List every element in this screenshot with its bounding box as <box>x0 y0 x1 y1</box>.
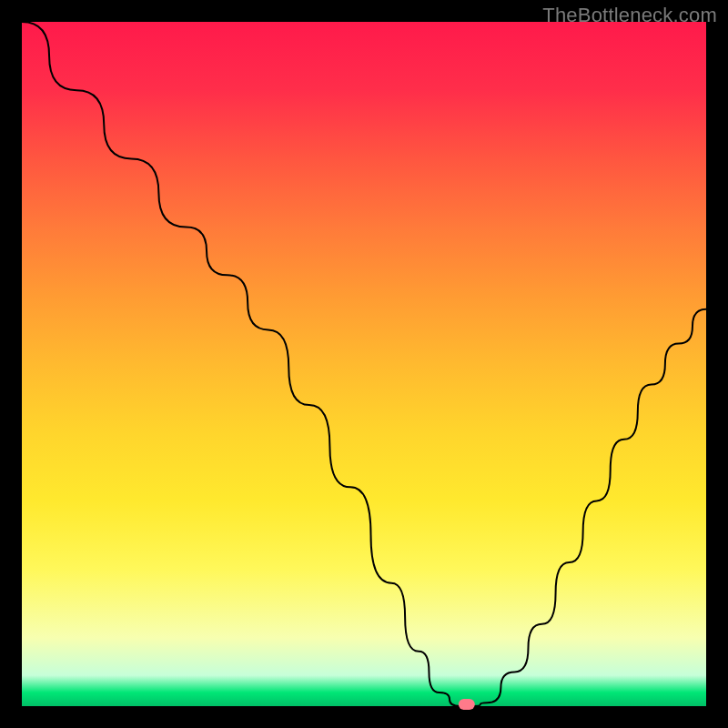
plot-svg <box>22 22 706 706</box>
watermark-text: TheBottleneck.com <box>542 4 717 27</box>
bottleneck-curve <box>22 22 706 706</box>
plot-area <box>22 22 706 706</box>
min-marker <box>459 699 475 710</box>
chart-frame: TheBottleneck.com <box>0 0 728 728</box>
